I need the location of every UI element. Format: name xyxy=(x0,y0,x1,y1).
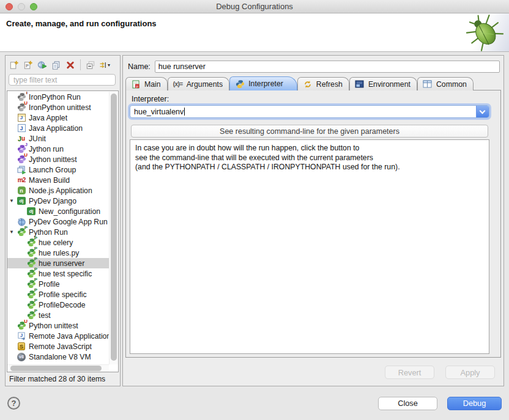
tab-common[interactable]: Common xyxy=(417,77,474,90)
delete-icon xyxy=(65,60,76,70)
info-line: (and the PYTHONPATH / CLASSPATH / IRONPY… xyxy=(135,163,484,172)
vertical-scroll-thumb[interactable] xyxy=(111,94,117,361)
tab-environment[interactable]: Environment xyxy=(349,77,417,90)
tree-item-launch-group[interactable]: Launch Group xyxy=(7,164,109,175)
tree-item-hue-test-specific[interactable]: Phue test specific xyxy=(7,268,109,279)
python-run-icon: P xyxy=(16,227,27,237)
tab-interpreter[interactable]: Interpreter xyxy=(229,76,297,90)
tree-item-standalone-v8-vm[interactable]: v8Standalone V8 VM xyxy=(7,352,109,362)
filter-input[interactable] xyxy=(9,74,116,86)
tree-item-ironpython-run[interactable]: IIronPython Run xyxy=(7,92,109,102)
name-row: Name: xyxy=(128,60,500,73)
filter-icon: ▾ xyxy=(99,60,110,70)
new-prototype-button[interactable]: P xyxy=(21,58,35,72)
title-bar: Debug Configurations xyxy=(0,0,509,13)
chevron-down-icon xyxy=(480,108,486,114)
arguments-icon: (x)= xyxy=(173,79,184,89)
expand-toggle-icon[interactable]: ▼ xyxy=(7,198,16,204)
tree-item-hue-celery[interactable]: Phue celery xyxy=(7,237,109,248)
tree-item-label: Python unittest xyxy=(27,322,78,330)
tree-item-java-applet[interactable]: JJava Applet xyxy=(7,112,109,123)
tab-label: Interpreter xyxy=(248,79,283,88)
minimize-window-button[interactable] xyxy=(18,3,25,10)
tab-label: Environment xyxy=(368,80,411,89)
apply-button[interactable]: Apply xyxy=(445,366,495,379)
info-line: see the command-line that will be execut… xyxy=(135,153,484,163)
tree-item-label: Java Applet xyxy=(27,114,67,122)
tree-item-pydev-django[interactable]: ▼djPyDev Django xyxy=(7,196,109,206)
tree-item-profile-specific[interactable]: PProfile specific xyxy=(7,289,109,300)
tree-item-label: Remote Java Application xyxy=(27,332,109,341)
tree-item-java-application[interactable]: JJava Application xyxy=(7,123,109,133)
tree-item-label: JUnit xyxy=(27,134,46,143)
tree-item-label: hue test specific xyxy=(37,270,92,278)
launch-group-icon xyxy=(16,165,27,175)
tree-item-node-js-application[interactable]: nNode.js Application xyxy=(7,185,109,196)
tree-item-remote-java-application[interactable]: JRemote Java Application xyxy=(7,331,109,341)
tab-bar: pMain(x)=ArgumentsInterpreterRefreshEnvi… xyxy=(125,76,474,90)
tree-item-pydev-google-app-run[interactable]: PyDev Google App Run xyxy=(7,216,109,227)
filter-configurations-button[interactable]: ▾ xyxy=(98,58,111,72)
tree-container: IIronPython RunUIronPython unittestJJava… xyxy=(7,90,119,372)
tree-horizontal-scrollbar[interactable] xyxy=(7,364,109,372)
tree-item-test[interactable]: Ptest xyxy=(7,310,109,320)
debug-button[interactable]: Debug xyxy=(447,397,502,410)
tab-label: Main xyxy=(144,80,161,89)
tree-item-hue-rules-py[interactable]: Phue rules.py xyxy=(7,248,109,258)
duplicate-configuration-button[interactable] xyxy=(50,58,63,72)
close-window-button[interactable] xyxy=(6,3,13,10)
tree-item-profile[interactable]: PProfile xyxy=(7,279,109,289)
tree-item-ironpython-unittest[interactable]: UIronPython unittest xyxy=(7,102,109,112)
tab-arguments[interactable]: (x)=Arguments xyxy=(168,77,229,90)
tree-item-maven-build[interactable]: m2Maven Build xyxy=(7,175,109,185)
export-configurations-button[interactable] xyxy=(35,58,49,72)
tree-item-label: Jython unittest xyxy=(27,155,77,164)
tree-item-python-unittest[interactable]: UPython unittest xyxy=(7,320,109,331)
tree-item-jython-run[interactable]: JJython run xyxy=(7,144,109,154)
tree-item-label: Java Application xyxy=(27,124,83,133)
new-configuration-button[interactable] xyxy=(7,58,21,72)
tree-item-junit[interactable]: JuJUnit xyxy=(7,133,109,144)
zoom-window-button[interactable] xyxy=(30,3,37,10)
tab-label: Arguments xyxy=(187,80,223,89)
environment-icon xyxy=(354,79,365,89)
remote-java-icon: J xyxy=(16,331,27,341)
revert-button[interactable]: Revert xyxy=(385,366,434,379)
java-application-icon: J xyxy=(16,123,27,133)
pydev-django-icon: dj xyxy=(16,196,27,206)
tab-refresh[interactable]: Refresh xyxy=(297,77,349,90)
horizontal-scroll-thumb[interactable] xyxy=(10,366,102,371)
duplicate-icon xyxy=(51,60,62,70)
info-text-area[interactable]: In case you are in doubt how will the ru… xyxy=(130,139,489,354)
tree-item-label: hue celery xyxy=(37,238,73,247)
help-button[interactable]: ? xyxy=(7,397,20,410)
delete-configuration-button[interactable] xyxy=(64,58,77,72)
window-controls xyxy=(6,3,37,10)
tree-item-remote-javascript[interactable]: SRemote JavaScript xyxy=(7,341,109,352)
name-input[interactable] xyxy=(155,61,500,73)
expand-toggle-icon[interactable]: ▼ xyxy=(7,229,16,235)
tree-item-label: Profile xyxy=(37,280,60,289)
interpreter-combo[interactable]: hue_virtualenv xyxy=(130,105,489,118)
refresh-icon xyxy=(302,79,313,89)
tree-item-hue-runserver[interactable]: Phue runserver xyxy=(7,258,109,268)
tree-vertical-scrollbar[interactable] xyxy=(109,92,118,364)
tree-item-jython-unittest[interactable]: UJython unittest xyxy=(7,154,109,164)
close-button[interactable]: Close xyxy=(378,397,437,410)
tree-item-profiledecode[interactable]: PProfileDecode xyxy=(7,300,109,310)
tree-item-new-configuration[interactable]: djNew_configuration xyxy=(7,206,109,216)
combo-dropdown-button[interactable] xyxy=(476,106,489,117)
see-command-line-button[interactable]: See resulting command-line for the given… xyxy=(131,125,488,138)
tree-item-label: Jython run xyxy=(27,145,64,153)
new-prototype-icon: P xyxy=(23,60,34,70)
collapse-all-button[interactable] xyxy=(84,58,97,72)
tree-item-label: IronPython Run xyxy=(27,93,81,101)
tree-item-python-run[interactable]: ▼PPython Run xyxy=(7,227,109,237)
tree-item-label: Python Run xyxy=(27,228,68,237)
tree-item-label: New_configuration xyxy=(37,207,100,216)
tree-item-label: Profile specific xyxy=(37,290,87,299)
configuration-detail-panel: Name: pMain(x)=ArgumentsInterpreterRefre… xyxy=(122,55,504,386)
tab-main[interactable]: pMain xyxy=(125,77,168,90)
python-icon xyxy=(234,79,245,89)
nodejs-icon: n xyxy=(16,186,27,196)
